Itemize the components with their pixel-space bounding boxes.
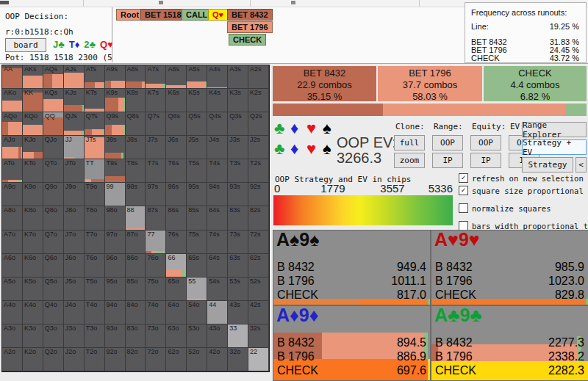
grid-cell-K4o[interactable]: K4o (23, 301, 43, 324)
grid-cell-K9s[interactable]: K9s (105, 89, 126, 112)
grid-cell-AQs[interactable]: AQs (43, 65, 64, 89)
grid-cell-Q5o[interactable]: Q5o (43, 277, 64, 301)
full-button[interactable]: full (394, 135, 425, 150)
normalize-squares-checkbox[interactable]: normalize squares (459, 203, 551, 213)
grid-cell-Q4s[interactable]: Q4s (207, 112, 228, 136)
grid-cell-Q5s[interactable]: Q5s (187, 112, 207, 136)
grid-cell-A3o[interactable]: A3o (2, 324, 23, 348)
grid-cell-A2s[interactable]: A2s (248, 65, 269, 89)
grid-cell-93o[interactable]: 93o (105, 324, 126, 348)
grid-cell-A7o[interactable]: A7o (2, 231, 23, 254)
grid-cell-Q9o[interactable]: Q9o (43, 183, 64, 206)
grid-cell-AQo[interactable]: AQo (2, 112, 23, 136)
grid-cell-QQ[interactable]: QQ (43, 112, 64, 136)
grid-cell-Q2s[interactable]: Q2s (248, 112, 269, 136)
grid-cell-J8s[interactable]: J8s (126, 136, 146, 159)
grid-cell-72o[interactable]: 72o (146, 348, 166, 371)
grid-cell-ATs[interactable]: ATs (85, 65, 105, 89)
grid-cell-KQs[interactable]: KQs (43, 89, 64, 112)
grid-cell-87o[interactable]: 87o (126, 231, 146, 254)
grid-cell-A6o[interactable]: A6o (2, 254, 23, 277)
grid-cell-72s[interactable]: 72s (248, 231, 269, 254)
grid-cell-QTs[interactable]: QTs (85, 112, 105, 136)
grid-cell-QJo[interactable]: QJo (43, 136, 64, 159)
grid-cell-JJ[interactable]: JJ (64, 136, 85, 159)
grid-cell-AA[interactable]: AA (2, 65, 23, 89)
grid-cell-63o[interactable]: 63o (166, 324, 187, 348)
grid-cell-86o[interactable]: 86o (126, 254, 146, 277)
grid-cell-A7s[interactable]: A7s (146, 65, 166, 89)
grid-cell-A6s[interactable]: A6s (166, 65, 187, 89)
grid-cell-K8o[interactable]: K8o (23, 206, 43, 230)
ip-button[interactable]: IP (470, 153, 501, 168)
grid-cell-53o[interactable]: 53o (187, 324, 207, 348)
grid-cell-A5o[interactable]: A5o (2, 277, 23, 301)
grid-cell-J6o[interactable]: J6o (64, 254, 85, 277)
grid-cell-T5o[interactable]: T5o (85, 277, 105, 301)
grid-cell-T9o[interactable]: T9o (85, 183, 105, 206)
grid-cell-99[interactable]: 99 (105, 183, 126, 206)
spade-suit-icon[interactable]: ♠ (323, 121, 339, 136)
grid-cell-T5s[interactable]: T5s (187, 159, 207, 183)
diamond-suit-icon[interactable]: ♦ (290, 121, 306, 136)
ip-button[interactable]: IP (432, 153, 463, 168)
grid-cell-Q3s[interactable]: Q3s (228, 112, 248, 136)
grid-cell-87s[interactable]: 87s (146, 206, 166, 230)
grid-cell-T6s[interactable]: T6s (166, 159, 187, 183)
grid-cell-K6o[interactable]: K6o (23, 254, 43, 277)
grid-cell-74s[interactable]: 74s (207, 231, 228, 254)
grid-cell-43s[interactable]: 43s (228, 301, 248, 324)
grid-cell-Q8s[interactable]: Q8s (126, 112, 146, 136)
grid-cell-T7o[interactable]: T7o (85, 231, 105, 254)
grid-cell-63s[interactable]: 63s (228, 254, 248, 277)
grid-cell-QJs[interactable]: QJs (64, 112, 85, 136)
grid-cell-J9s[interactable]: J9s (105, 136, 126, 159)
oop-button[interactable]: OOP (470, 135, 501, 150)
grid-cell-Q2o[interactable]: Q2o (43, 348, 64, 371)
grid-cell-T2o[interactable]: T2o (85, 348, 105, 371)
tree-node-root[interactable]: Root (116, 9, 143, 21)
grid-cell-Q8o[interactable]: Q8o (43, 206, 64, 230)
grid-cell-74o[interactable]: 74o (146, 301, 166, 324)
grid-cell-K3s[interactable]: K3s (228, 89, 248, 112)
grid-cell-92s[interactable]: 92s (248, 183, 269, 206)
grid-cell-64o[interactable]: 64o (166, 301, 187, 324)
checkbox-box[interactable] (459, 203, 468, 213)
tree-node-bet-8432[interactable]: BET 8432 (227, 9, 273, 21)
grid-cell-T8o[interactable]: T8o (85, 206, 105, 230)
grid-cell-A4o[interactable]: A4o (2, 301, 23, 324)
club-suit-icon[interactable]: ♣ (274, 142, 290, 156)
grid-cell-AKs[interactable]: AKs (23, 65, 43, 89)
board-button[interactable]: board (5, 38, 46, 52)
oop-button[interactable]: OOP (432, 135, 463, 150)
grid-cell-A9o[interactable]: A9o (2, 183, 23, 206)
tree-node-q-[interactable]: Q♥ (208, 9, 228, 21)
grid-cell-J3s[interactable]: J3s (228, 136, 248, 159)
grid-cell-62s[interactable]: 62s (248, 254, 269, 277)
grid-cell-Q3o[interactable]: Q3o (43, 324, 64, 348)
grid-cell-Q9s[interactable]: Q9s (105, 112, 126, 136)
grid-cell-J5s[interactable]: J5s (187, 136, 207, 159)
grid-cell-T3s[interactable]: T3s (228, 159, 248, 183)
grid-cell-44[interactable]: 44 (207, 301, 228, 324)
grid-cell-T3o[interactable]: T3o (85, 324, 105, 348)
grid-cell-T4s[interactable]: T4s (207, 159, 228, 183)
grid-cell-97s[interactable]: 97s (146, 183, 166, 206)
grid-cell-43o[interactable]: 43o (207, 324, 228, 348)
grid-cell-A5s[interactable]: A5s (187, 65, 207, 89)
grid-cell-85o[interactable]: 85o (126, 277, 146, 301)
grid-cell-73s[interactable]: 73s (228, 231, 248, 254)
grid-cell-TT[interactable]: TT (85, 159, 105, 183)
strategy-button[interactable]: Strategy (522, 157, 573, 173)
grid-cell-A9s[interactable]: A9s (105, 65, 126, 89)
grid-cell-53s[interactable]: 53s (228, 277, 248, 301)
grid-cell-84o[interactable]: 84o (126, 301, 146, 324)
grid-cell-77[interactable]: 77 (146, 231, 166, 254)
grid-cell-52s[interactable]: 52s (248, 277, 269, 301)
grid-cell-52o[interactable]: 52o (187, 348, 207, 371)
grid-cell-J2s[interactable]: J2s (248, 136, 269, 159)
grid-cell-A3s[interactable]: A3s (228, 65, 248, 89)
range-explorer-button[interactable]: Range Explorer (522, 122, 587, 137)
grid-cell-K2s[interactable]: K2s (248, 89, 269, 112)
grid-cell-K8s[interactable]: K8s (126, 89, 146, 112)
